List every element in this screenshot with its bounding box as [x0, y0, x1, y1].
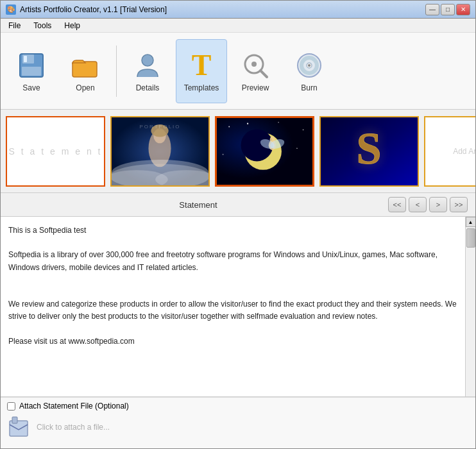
svg-point-5 — [142, 55, 153, 66]
templates-button[interactable]: T Templates — [176, 39, 227, 103]
slide-moon[interactable] — [215, 116, 314, 187]
main-window: 🎨 Artists Portfolio Creator, v1.1 [Trial… — [0, 0, 476, 449]
svg-rect-3 — [22, 67, 41, 76]
maximize-button[interactable]: □ — [441, 4, 455, 15]
templates-label: Templates — [184, 83, 219, 92]
navigation-bar: Statement << < > >> — [1, 193, 475, 216]
svg-point-26 — [223, 153, 224, 155]
attach-checkbox[interactable] — [7, 402, 15, 411]
preview-label: Preview — [242, 83, 269, 92]
burn-icon — [294, 50, 325, 81]
attach-placeholder[interactable]: Click to attach a file... — [37, 423, 110, 432]
scrollbar: ▲ — [465, 217, 475, 396]
svg-text:S: S — [357, 123, 382, 173]
slide-statement[interactable]: S t a t e m e n t — [6, 116, 105, 187]
slide-add[interactable]: Add Artwo... — [424, 116, 475, 187]
scrollbar-thumb[interactable] — [466, 228, 475, 248]
slide-woman[interactable]: PORTFOLIO — [110, 116, 210, 187]
current-slide-label: Statement — [8, 200, 388, 210]
details-icon — [132, 50, 163, 81]
menu-tools[interactable]: Tools — [28, 20, 56, 31]
close-button[interactable]: ✕ — [456, 4, 470, 15]
svg-point-15 — [112, 170, 168, 185]
svg-point-23 — [278, 122, 279, 123]
nav-next-button[interactable]: > — [429, 197, 447, 212]
app-icon: 🎨 — [6, 4, 16, 15]
title-bar: 🎨 Artists Portfolio Creator, v1.1 [Trial… — [1, 1, 475, 19]
scroll-up-button[interactable]: ▲ — [466, 217, 476, 227]
menu-help[interactable]: Help — [59, 20, 85, 31]
svg-point-21 — [228, 126, 230, 127]
open-icon — [70, 50, 101, 81]
svg-point-7 — [251, 62, 257, 67]
attach-label[interactable]: Attach Statement File (Optional) — [19, 402, 129, 411]
attachment-icon — [7, 416, 30, 439]
svg-point-24 — [303, 129, 304, 130]
open-button[interactable]: Open — [60, 39, 111, 103]
text-area-container: This is a Softpedia test Softpedia is a … — [1, 216, 475, 397]
attachment-area: Attach Statement File (Optional) Click t… — [1, 397, 475, 448]
templates-icon: T — [186, 50, 217, 81]
nav-prev-button[interactable]: < — [409, 197, 427, 212]
menu-file[interactable]: File — [3, 20, 26, 31]
title-bar-left: 🎨 Artists Portfolio Creator, v1.1 [Trial… — [6, 4, 167, 15]
svg-point-12 — [308, 64, 310, 67]
statement-text[interactable]: This is a Softpedia test Softpedia is a … — [1, 217, 465, 396]
svg-rect-37 — [12, 417, 17, 423]
svg-point-14 — [112, 164, 208, 185]
save-icon — [16, 50, 47, 81]
attachment-content: Click to attach a file... — [7, 414, 469, 440]
slide-add-content: Add Artwo... — [425, 117, 475, 185]
minimize-button[interactable]: — — [425, 4, 439, 15]
details-button[interactable]: Details — [122, 39, 173, 103]
toolbar-sep-1 — [116, 46, 117, 97]
save-label: Save — [22, 83, 40, 92]
svg-point-16 — [155, 170, 208, 185]
nav-last-button[interactable]: >> — [450, 197, 468, 212]
attachment-row: Attach Statement File (Optional) — [7, 402, 469, 411]
svg-rect-2 — [24, 56, 27, 62]
details-label: Details — [136, 83, 160, 92]
svg-point-25 — [296, 148, 298, 149]
slides-strip: S t a t e m e n t PORTFOLIO — [1, 110, 475, 193]
slide-s-canvas: S S — [321, 117, 418, 185]
slide-s[interactable]: S S — [319, 116, 419, 187]
save-button[interactable]: Save — [6, 39, 57, 103]
svg-point-22 — [247, 123, 248, 124]
preview-icon — [240, 50, 271, 81]
burn-button[interactable]: Burn — [284, 39, 335, 103]
toolbar: Save Open Details — [1, 33, 475, 110]
slide-moon-canvas — [217, 118, 312, 185]
window-controls: — □ ✕ — [425, 4, 470, 15]
slide-woman-canvas: PORTFOLIO — [112, 117, 208, 185]
nav-controls: << < > >> — [388, 197, 468, 212]
svg-rect-4 — [72, 62, 97, 77]
window-title: Artists Portfolio Creator, v1.1 [Trial V… — [20, 5, 167, 14]
svg-line-8 — [260, 71, 267, 77]
nav-first-button[interactable]: << — [388, 197, 406, 212]
open-label: Open — [76, 83, 94, 92]
menu-bar: File Tools Help — [1, 19, 475, 33]
add-artwork-label: Add Artwo... — [453, 147, 475, 156]
burn-label: Burn — [301, 83, 317, 92]
preview-button[interactable]: Preview — [230, 39, 281, 103]
slide-statement-content: S t a t e m e n t — [7, 117, 104, 185]
